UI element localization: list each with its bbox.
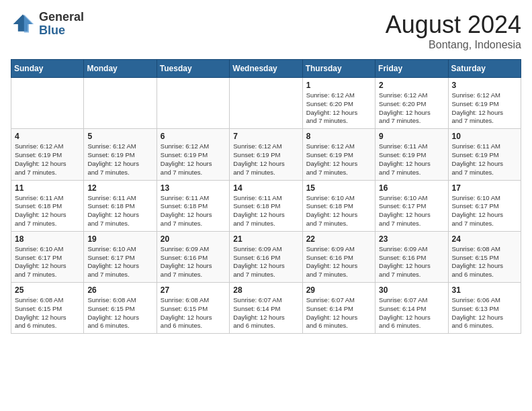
calendar-cell: 17Sunrise: 6:10 AM Sunset: 6:17 PM Dayli… xyxy=(448,180,521,231)
logo-icon xyxy=(11,12,35,36)
day-number: 23 xyxy=(379,234,444,244)
day-number: 29 xyxy=(306,285,371,295)
day-number: 5 xyxy=(87,132,152,141)
calendar-cell: 8Sunrise: 6:12 AM Sunset: 6:19 PM Daylig… xyxy=(302,129,375,180)
logo-blue: Blue xyxy=(39,24,65,37)
calendar-cell: 21Sunrise: 6:09 AM Sunset: 6:16 PM Dayli… xyxy=(230,231,302,282)
day-info: Sunrise: 6:09 AM Sunset: 6:16 PM Dayligh… xyxy=(306,245,371,279)
day-info: Sunrise: 6:11 AM Sunset: 6:18 PM Dayligh… xyxy=(15,194,80,228)
month-year: August 2024 xyxy=(386,11,521,39)
calendar-cell: 18Sunrise: 6:10 AM Sunset: 6:17 PM Dayli… xyxy=(11,231,84,282)
day-info: Sunrise: 6:12 AM Sunset: 6:19 PM Dayligh… xyxy=(161,142,226,177)
calendar-cell: 7Sunrise: 6:12 AM Sunset: 6:19 PM Daylig… xyxy=(230,129,302,180)
day-info: Sunrise: 6:11 AM Sunset: 6:18 PM Dayligh… xyxy=(161,194,226,228)
calendar-cell: 5Sunrise: 6:12 AM Sunset: 6:19 PM Daylig… xyxy=(84,129,157,180)
calendar-cell xyxy=(230,78,302,129)
calendar-cell xyxy=(11,78,84,129)
calendar-cell: 22Sunrise: 6:09 AM Sunset: 6:16 PM Dayli… xyxy=(302,231,375,282)
calendar-cell: 16Sunrise: 6:10 AM Sunset: 6:17 PM Dayli… xyxy=(375,180,448,231)
day-number: 4 xyxy=(15,132,80,141)
day-number: 30 xyxy=(379,285,444,295)
day-info: Sunrise: 6:08 AM Sunset: 6:15 PM Dayligh… xyxy=(161,296,226,330)
title-block: August 2024 Bontang, Indonesia xyxy=(386,11,521,51)
day-number: 1 xyxy=(306,81,371,90)
day-info: Sunrise: 6:12 AM Sunset: 6:20 PM Dayligh… xyxy=(306,91,371,126)
day-info: Sunrise: 6:12 AM Sunset: 6:19 PM Dayligh… xyxy=(452,91,517,126)
weekday-header: Wednesday xyxy=(230,60,302,78)
day-number: 17 xyxy=(452,183,517,193)
logo-general: General xyxy=(39,10,84,24)
day-number: 25 xyxy=(15,285,80,295)
calendar-cell xyxy=(84,78,157,129)
calendar-week-row: 25Sunrise: 6:08 AM Sunset: 6:15 PM Dayli… xyxy=(11,283,521,334)
day-info: Sunrise: 6:10 AM Sunset: 6:17 PM Dayligh… xyxy=(87,245,152,279)
calendar-cell: 25Sunrise: 6:08 AM Sunset: 6:15 PM Dayli… xyxy=(11,283,84,334)
day-number: 2 xyxy=(379,81,444,90)
day-number: 13 xyxy=(161,183,226,193)
calendar-cell: 9Sunrise: 6:11 AM Sunset: 6:19 PM Daylig… xyxy=(375,129,448,180)
day-info: Sunrise: 6:09 AM Sunset: 6:16 PM Dayligh… xyxy=(379,245,444,279)
weekday-header: Monday xyxy=(84,60,157,78)
day-info: Sunrise: 6:08 AM Sunset: 6:15 PM Dayligh… xyxy=(15,296,80,330)
calendar-cell: 12Sunrise: 6:11 AM Sunset: 6:18 PM Dayli… xyxy=(84,180,157,231)
day-number: 24 xyxy=(452,234,517,244)
day-number: 12 xyxy=(87,183,152,193)
logo: General Blue xyxy=(11,11,84,38)
calendar-cell: 14Sunrise: 6:11 AM Sunset: 6:18 PM Dayli… xyxy=(230,180,302,231)
day-number: 14 xyxy=(233,183,298,193)
page-header: General Blue August 2024 Bontang, Indone… xyxy=(11,11,521,51)
day-number: 7 xyxy=(233,132,298,141)
calendar-cell: 19Sunrise: 6:10 AM Sunset: 6:17 PM Dayli… xyxy=(84,231,157,282)
calendar-cell: 3Sunrise: 6:12 AM Sunset: 6:19 PM Daylig… xyxy=(448,78,521,129)
day-number: 22 xyxy=(306,234,371,244)
day-info: Sunrise: 6:10 AM Sunset: 6:17 PM Dayligh… xyxy=(379,194,444,228)
day-number: 20 xyxy=(161,234,226,244)
day-number: 21 xyxy=(233,234,298,244)
day-number: 18 xyxy=(15,234,80,244)
calendar-cell: 29Sunrise: 6:07 AM Sunset: 6:14 PM Dayli… xyxy=(302,283,375,334)
day-info: Sunrise: 6:08 AM Sunset: 6:15 PM Dayligh… xyxy=(452,245,517,279)
day-number: 8 xyxy=(306,132,371,141)
calendar-cell: 28Sunrise: 6:07 AM Sunset: 6:14 PM Dayli… xyxy=(230,283,302,334)
day-info: Sunrise: 6:11 AM Sunset: 6:19 PM Dayligh… xyxy=(452,142,517,177)
day-info: Sunrise: 6:12 AM Sunset: 6:20 PM Dayligh… xyxy=(379,91,444,126)
day-info: Sunrise: 6:10 AM Sunset: 6:17 PM Dayligh… xyxy=(15,245,80,279)
day-number: 9 xyxy=(379,132,444,141)
day-info: Sunrise: 6:07 AM Sunset: 6:14 PM Dayligh… xyxy=(233,296,298,330)
day-info: Sunrise: 6:12 AM Sunset: 6:19 PM Dayligh… xyxy=(87,142,152,177)
calendar-cell: 27Sunrise: 6:08 AM Sunset: 6:15 PM Dayli… xyxy=(157,283,229,334)
day-info: Sunrise: 6:07 AM Sunset: 6:14 PM Dayligh… xyxy=(306,296,371,330)
calendar-cell xyxy=(157,78,229,129)
calendar-cell: 13Sunrise: 6:11 AM Sunset: 6:18 PM Dayli… xyxy=(157,180,229,231)
location: Bontang, Indonesia xyxy=(386,39,521,51)
calendar-cell: 23Sunrise: 6:09 AM Sunset: 6:16 PM Dayli… xyxy=(375,231,448,282)
calendar-week-row: 18Sunrise: 6:10 AM Sunset: 6:17 PM Dayli… xyxy=(11,231,521,282)
calendar-header-row: SundayMondayTuesdayWednesdayThursdayFrid… xyxy=(11,60,521,78)
day-number: 16 xyxy=(379,183,444,193)
calendar-cell: 6Sunrise: 6:12 AM Sunset: 6:19 PM Daylig… xyxy=(157,129,229,180)
day-info: Sunrise: 6:10 AM Sunset: 6:17 PM Dayligh… xyxy=(452,194,517,228)
weekday-header: Tuesday xyxy=(157,60,229,78)
weekday-header: Thursday xyxy=(302,60,375,78)
day-info: Sunrise: 6:07 AM Sunset: 6:14 PM Dayligh… xyxy=(379,296,444,330)
calendar-cell: 4Sunrise: 6:12 AM Sunset: 6:19 PM Daylig… xyxy=(11,129,84,180)
day-info: Sunrise: 6:10 AM Sunset: 6:18 PM Dayligh… xyxy=(306,194,371,228)
day-info: Sunrise: 6:12 AM Sunset: 6:19 PM Dayligh… xyxy=(306,142,371,177)
day-number: 6 xyxy=(161,132,226,141)
day-info: Sunrise: 6:09 AM Sunset: 6:16 PM Dayligh… xyxy=(233,245,298,279)
weekday-header: Sunday xyxy=(11,60,84,78)
day-number: 31 xyxy=(452,285,517,295)
calendar-cell: 30Sunrise: 6:07 AM Sunset: 6:14 PM Dayli… xyxy=(375,283,448,334)
calendar-cell: 26Sunrise: 6:08 AM Sunset: 6:15 PM Dayli… xyxy=(84,283,157,334)
day-number: 27 xyxy=(161,285,226,295)
day-number: 11 xyxy=(15,183,80,193)
day-info: Sunrise: 6:06 AM Sunset: 6:13 PM Dayligh… xyxy=(452,296,517,330)
day-info: Sunrise: 6:11 AM Sunset: 6:18 PM Dayligh… xyxy=(87,194,152,228)
day-info: Sunrise: 6:12 AM Sunset: 6:19 PM Dayligh… xyxy=(15,142,80,177)
day-number: 15 xyxy=(306,183,371,193)
day-info: Sunrise: 6:11 AM Sunset: 6:18 PM Dayligh… xyxy=(233,194,298,228)
day-info: Sunrise: 6:11 AM Sunset: 6:19 PM Dayligh… xyxy=(379,142,444,177)
weekday-header: Friday xyxy=(375,60,448,78)
calendar-week-row: 1Sunrise: 6:12 AM Sunset: 6:20 PM Daylig… xyxy=(11,78,521,129)
day-number: 19 xyxy=(87,234,152,244)
